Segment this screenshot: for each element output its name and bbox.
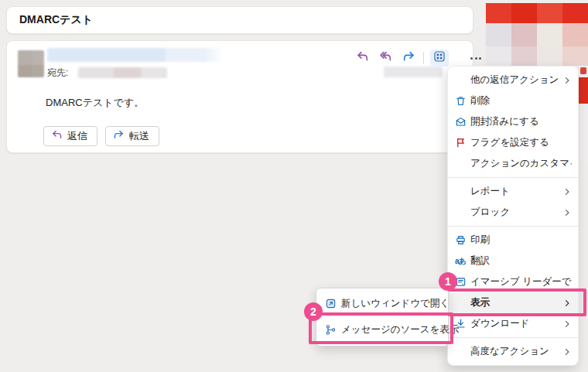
reply-button-label: 返信 (67, 129, 87, 143)
empty-icon-slot (454, 206, 467, 219)
menu-item-translate[interactable]: aあ 翻訳 (448, 251, 578, 271)
menu-item-mark-as-read[interactable]: 開封済みにする (448, 111, 578, 132)
redacted-dot (580, 67, 586, 74)
empty-icon-slot (454, 158, 467, 170)
menu-divider (448, 226, 578, 227)
chevron-right-icon (561, 208, 572, 217)
quick-actions: 返信 転送 (43, 126, 159, 146)
forward-icon (113, 130, 125, 142)
menu-item-customize-actions[interactable]: アクションのカスタマイズ (448, 153, 578, 174)
toolbar-divider (423, 52, 424, 64)
reply-all-button-icon[interactable] (377, 49, 394, 67)
to-label: 宛先: (47, 67, 68, 80)
open-new-window-icon (324, 297, 337, 309)
menu-item-block[interactable]: ブロック (448, 202, 578, 223)
forward-button-label: 転送 (129, 129, 149, 143)
redacted-right-strip (579, 66, 588, 165)
view-submenu: 新しいウィンドウで開く メッセージのソースを表示 (316, 288, 449, 346)
menu-divider (448, 337, 578, 338)
empty-icon-slot (454, 346, 467, 358)
more-options-button[interactable] (467, 49, 484, 67)
avatar (18, 50, 44, 77)
reply-icon (51, 130, 63, 142)
menu-item-report[interactable]: レポート (448, 181, 578, 202)
sender-name-redacted (47, 48, 221, 62)
forward-button[interactable]: 転送 (105, 126, 159, 146)
redacted-region (486, 3, 588, 66)
menu-divider (448, 177, 578, 178)
reply-button[interactable]: 返信 (43, 126, 97, 146)
empty-icon-slot (454, 186, 467, 198)
printer-icon (454, 234, 467, 247)
message-context-menu: 他の返信アクション 削除 開封済みにする フラグを設定する アクションのカスタマ… (447, 66, 579, 366)
chevron-right-icon (561, 299, 572, 308)
empty-icon-slot (454, 297, 467, 309)
reply-icon (356, 51, 369, 66)
forward-button-icon[interactable] (400, 49, 417, 67)
subject-title: DMARCテスト (19, 13, 93, 27)
more-options-icon (470, 57, 481, 60)
immersive-reader-icon (454, 276, 467, 288)
submenu-item-open-in-new-window[interactable]: 新しいウィンドウで開く (316, 291, 448, 316)
reply-all-icon (379, 51, 392, 66)
subject-card: DMARCテスト (6, 6, 473, 34)
mail-open-icon (454, 116, 467, 128)
redacted-red-block (579, 77, 588, 104)
menu-item-delete[interactable]: 削除 (448, 90, 578, 111)
apps-grid-icon (433, 50, 446, 66)
menu-item-set-flag[interactable]: フラグを設定する (448, 132, 578, 153)
translate-icon: aあ (454, 255, 467, 268)
empty-icon-slot (454, 74, 467, 87)
view-source-icon (324, 323, 337, 336)
apps-button[interactable] (430, 49, 449, 67)
recipient-redacted (78, 67, 167, 78)
menu-item-advanced-actions[interactable]: 高度なアクション (448, 341, 578, 362)
chevron-right-icon (561, 319, 572, 329)
message-card: 宛先: DMARCテストです。 (6, 40, 473, 153)
trash-icon (454, 95, 467, 108)
message-toolbar (354, 49, 484, 67)
chevron-right-icon (561, 347, 572, 357)
submenu-item-view-message-source[interactable]: メッセージのソースを表示 (316, 316, 448, 343)
reply-button-icon[interactable] (354, 49, 371, 67)
menu-item-other-reply-actions[interactable]: 他の返信アクション (448, 70, 578, 90)
chevron-right-icon (561, 187, 572, 196)
menu-item-print[interactable]: 印刷 (448, 230, 578, 251)
chevron-right-icon (561, 76, 572, 85)
forward-icon (402, 51, 415, 66)
menu-item-download[interactable]: ダウンロード (448, 313, 578, 334)
message-body: DMARCテストです。 (46, 96, 144, 110)
timestamp-redacted (384, 67, 443, 77)
menu-item-immersive-reader[interactable]: イマーシブ リーダーで表示 (448, 271, 578, 292)
menu-item-view[interactable]: 表示 (448, 292, 578, 313)
flag-icon (454, 137, 467, 149)
